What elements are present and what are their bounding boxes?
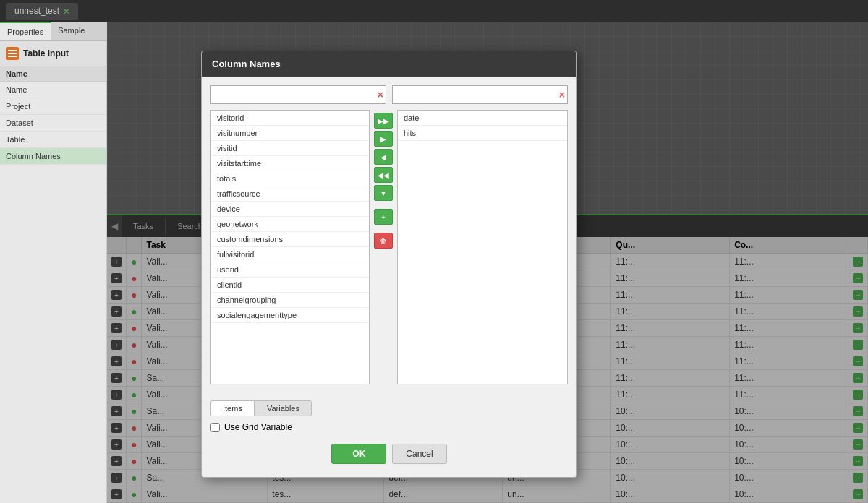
- move-all-left-button[interactable]: ◀◀: [374, 167, 393, 183]
- left-search-clear-icon[interactable]: ×: [378, 89, 383, 100]
- cancel-button[interactable]: Cancel: [392, 444, 446, 464]
- sidebar-item-column-names[interactable]: Column Names: [0, 148, 106, 165]
- dialog-tab-items[interactable]: Items: [210, 400, 255, 416]
- right-list-item[interactable]: date: [398, 111, 567, 126]
- tab-label: unnest_test: [14, 6, 59, 16]
- canvas-area: Aggregate 0 ◀ Tasks Search Console Comma…: [107, 22, 868, 503]
- left-list-item[interactable]: clientid: [211, 278, 369, 293]
- search-row: × ×: [210, 85, 568, 104]
- left-list-item[interactable]: device: [211, 202, 369, 217]
- sidebar-item-project[interactable]: Project: [0, 98, 106, 115]
- sidebar: Properties Sample Table Input Name Name …: [0, 22, 107, 503]
- dialog-footer: Items Variables Use Grid Variable OK Can…: [202, 393, 576, 477]
- node-header: Table Input: [0, 41, 106, 66]
- dialog-buttons: OK Cancel: [210, 438, 568, 470]
- lists-row: visitoridvisitnumbervisitidvisitstarttim…: [210, 110, 568, 384]
- app-tab[interactable]: unnest_test ×: [6, 3, 78, 20]
- dialog-header: Column Names: [202, 51, 576, 77]
- tab-sample[interactable]: Sample: [51, 22, 92, 40]
- add-column-button[interactable]: +: [374, 209, 393, 225]
- delete-column-button[interactable]: 🗑: [374, 233, 393, 249]
- use-grid-variable-checkbox[interactable]: [210, 423, 220, 432]
- use-grid-variable-label: Use Grid Variable: [224, 422, 292, 432]
- main-area: Properties Sample Table Input Name Name …: [0, 22, 868, 503]
- right-search-clear-icon[interactable]: ×: [559, 89, 565, 100]
- tab-close-icon[interactable]: ×: [64, 6, 69, 17]
- move-all-right-button[interactable]: ▶▶: [374, 113, 393, 129]
- left-list-item[interactable]: fullvisitorid: [211, 247, 369, 262]
- left-list-item[interactable]: visitorid: [211, 111, 369, 126]
- left-list-item[interactable]: visitnumber: [211, 126, 369, 141]
- ok-button[interactable]: OK: [331, 444, 386, 464]
- left-list-item[interactable]: userid: [211, 262, 369, 278]
- sidebar-item-dataset[interactable]: Dataset: [0, 115, 106, 132]
- right-list-item[interactable]: hits: [398, 126, 567, 141]
- left-search-input[interactable]: [210, 85, 386, 104]
- sidebar-section-name: Name: [0, 66, 106, 82]
- top-bar: unnest_test ×: [0, 0, 868, 22]
- move-right-button[interactable]: ▶: [374, 131, 393, 147]
- use-grid-variable-row: Use Grid Variable: [210, 422, 568, 432]
- node-type-icon: [6, 47, 19, 60]
- right-search-box: ×: [392, 85, 568, 104]
- left-list-item[interactable]: visitid: [211, 141, 369, 156]
- left-list-item[interactable]: geonetwork: [211, 217, 369, 232]
- sidebar-item-name[interactable]: Name: [0, 82, 106, 98]
- move-left-button[interactable]: ◀: [374, 149, 393, 165]
- column-names-dialog: Column Names × ×: [201, 51, 577, 478]
- dialog-overlay: Column Names × ×: [107, 22, 868, 503]
- move-down-button[interactable]: ▼: [374, 185, 393, 201]
- sidebar-tabs: Properties Sample: [0, 22, 106, 41]
- left-list-item[interactable]: customdimensions: [211, 232, 369, 247]
- dialog-tab-variables[interactable]: Variables: [255, 400, 312, 416]
- left-list-item[interactable]: channelgrouping: [211, 293, 369, 308]
- left-list-item[interactable]: trafficsource: [211, 186, 369, 202]
- right-search-input[interactable]: [392, 85, 568, 104]
- tab-properties[interactable]: Properties: [0, 22, 51, 40]
- dialog-body: × × visitoridvisitnumbervisitidvisitstar…: [202, 77, 576, 393]
- dialog-tabs: Items Variables: [210, 400, 568, 416]
- left-list-item[interactable]: totals: [211, 171, 369, 186]
- left-column-list: visitoridvisitnumbervisitidvisitstarttim…: [210, 110, 370, 384]
- left-list-item[interactable]: visitstarttime: [211, 156, 369, 171]
- left-list-item[interactable]: socialengagementtype: [211, 308, 369, 323]
- arrow-buttons: ▶▶ ▶ ◀ ◀◀ ▼ + 🗑: [370, 110, 397, 252]
- left-search-box: ×: [210, 85, 386, 104]
- right-column-list: datehits: [397, 110, 568, 384]
- node-title: Table Input: [23, 48, 69, 59]
- sidebar-item-table[interactable]: Table: [0, 132, 106, 148]
